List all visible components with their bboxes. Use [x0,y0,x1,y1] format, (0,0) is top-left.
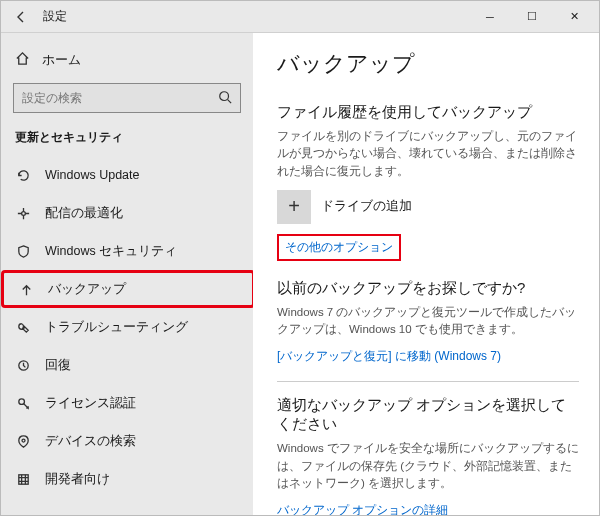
shield-icon [15,244,31,259]
developer-icon [15,472,31,487]
sidebar-item-find-device[interactable]: デバイスの検索 [1,422,253,460]
sidebar-item-label: 回復 [45,357,71,374]
window-title: 設定 [37,8,67,25]
find-device-icon [15,434,31,449]
search-icon [218,90,232,107]
add-drive-label: ドライブの追加 [321,198,412,215]
backup-icon [18,282,34,297]
sidebar-item-label: Windows セキュリティ [45,243,177,260]
sidebar-item-troubleshoot[interactable]: トラブルシューティング [1,308,253,346]
section-desc-previous-backup: Windows 7 のバックアップと復元ツールで作成したバックアップは、Wind… [277,304,579,339]
svg-point-1 [21,211,25,215]
sidebar-item-label: Windows Update [45,168,140,182]
svg-rect-5 [18,474,27,483]
backup-options-detail-link[interactable]: バックアップ オプションの詳細 [277,503,448,515]
troubleshoot-icon [15,320,31,335]
delivery-icon [15,206,31,221]
sidebar-item-activation[interactable]: ライセンス認証 [1,384,253,422]
update-icon [15,168,31,183]
main-panel: バックアップ ファイル履歴を使用してバックアップ ファイルを別のドライブにバック… [253,33,599,515]
titlebar: 設定 ─ ☐ ✕ [1,1,599,33]
sidebar-item-label: デバイスの検索 [45,433,136,450]
sidebar-item-label: 開発者向け [45,471,110,488]
plus-icon: + [277,190,311,224]
backup-restore-win7-link[interactable]: [バックアップと復元] に移動 (Windows 7) [277,349,501,363]
sidebar-item-backup[interactable]: バックアップ [1,270,255,308]
divider [277,381,579,382]
sidebar-item-windows-update[interactable]: Windows Update [1,156,253,194]
close-button[interactable]: ✕ [553,1,595,33]
sidebar-home[interactable]: ホーム [1,43,253,77]
recovery-icon [15,358,31,373]
maximize-button[interactable]: ☐ [511,1,553,33]
page-title: バックアップ [277,49,579,79]
sidebar-item-label: ライセンス認証 [45,395,136,412]
minimize-button[interactable]: ─ [469,1,511,33]
search-box[interactable] [13,83,241,113]
section-desc-choose-option: Windows でファイルを安全な場所にバックアップするには、ファイルの保存先 … [277,440,579,492]
sidebar-item-label: トラブルシューティング [45,319,188,336]
sidebar-section-label: 更新とセキュリティ [1,123,253,156]
sidebar-item-for-developers[interactable]: 開発者向け [1,460,253,498]
sidebar-item-label: 配信の最適化 [45,205,123,222]
sidebar-item-recovery[interactable]: 回復 [1,346,253,384]
section-heading-file-history: ファイル履歴を使用してバックアップ [277,103,579,122]
search-input[interactable] [22,91,212,105]
sidebar-home-label: ホーム [42,52,81,69]
activation-icon [15,396,31,411]
sidebar-item-windows-security[interactable]: Windows セキュリティ [1,232,253,270]
back-button[interactable] [5,1,37,33]
section-heading-choose-option: 適切なバックアップ オプションを選択してください [277,396,579,434]
add-drive-row[interactable]: + ドライブの追加 [277,190,579,224]
home-icon [15,51,30,69]
sidebar-item-delivery-optimization[interactable]: 配信の最適化 [1,194,253,232]
sidebar: ホーム 更新とセキュリティ Windows Update 配信の最適化 Wi [1,33,253,515]
section-heading-previous-backup: 以前のバックアップをお探しですか? [277,279,579,298]
section-desc-file-history: ファイルを別のドライブにバックアップし、元のファイルが見つからない場合、壊れてい… [277,128,579,180]
svg-point-0 [220,91,229,100]
more-options-link[interactable]: その他のオプション [277,234,401,261]
svg-point-4 [22,439,25,442]
sidebar-item-label: バックアップ [48,281,126,298]
